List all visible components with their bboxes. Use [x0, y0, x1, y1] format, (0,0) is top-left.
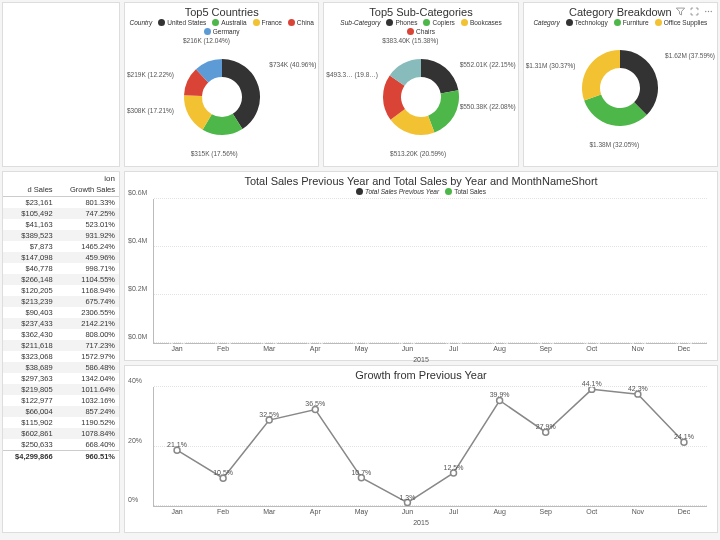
- bar-chart-year: 2015: [125, 356, 717, 363]
- x-tick: Dec: [678, 345, 690, 352]
- table-row[interactable]: $211,618717.23%: [3, 340, 119, 351]
- y-tick: $0.6M: [128, 189, 147, 196]
- legend-item[interactable]: Total Sales: [445, 188, 486, 195]
- donut-title: Top5 Countries: [125, 3, 318, 19]
- svg-point-10: [497, 398, 503, 404]
- table-row[interactable]: $7,8731465.24%: [3, 241, 119, 252]
- table-row[interactable]: $41,163523.01%: [3, 219, 119, 230]
- table-row[interactable]: $250,633668.40%: [3, 439, 119, 451]
- table-row[interactable]: $66,004857.24%: [3, 406, 119, 417]
- line-point-label: 36.5%: [305, 400, 325, 407]
- line-point-label: 27.9%: [536, 423, 556, 430]
- donut-card-1[interactable]: Top5 Sub-Categories Sub-CategoryPhonesCo…: [323, 2, 518, 167]
- donut-label: $216K (12.04%): [183, 37, 230, 44]
- table-total-row: $4,299,866960.51%: [3, 451, 119, 463]
- donut-label: $552.01K (22.15%): [460, 61, 516, 68]
- legend-item[interactable]: Furniture: [614, 19, 649, 26]
- table-row[interactable]: $105,492747.25%: [3, 208, 119, 219]
- bar-chart-title: Total Sales Previous Year and Total Sale…: [125, 172, 717, 188]
- table-row[interactable]: $389,523931.92%: [3, 230, 119, 241]
- legend-item[interactable]: Technology: [566, 19, 608, 26]
- svg-point-13: [635, 391, 641, 397]
- legend-item[interactable]: United States: [158, 19, 206, 26]
- x-tick: May: [355, 508, 368, 515]
- line-chart-card[interactable]: Growth from Previous Year 0%20%40%JanFeb…: [124, 365, 718, 533]
- donut-label: $1.62M (37.59%): [665, 52, 715, 59]
- x-tick: Oct: [586, 508, 597, 515]
- x-tick: Sep: [539, 508, 551, 515]
- y-tick: 40%: [128, 377, 142, 384]
- table-row[interactable]: $213,239675.74%: [3, 296, 119, 307]
- table-row[interactable]: $46,778998.71%: [3, 263, 119, 274]
- donut-card-2[interactable]: Category Breakdown CategoryTechnologyFur…: [523, 2, 718, 167]
- x-tick: Nov: [632, 508, 644, 515]
- x-tick: Jul: [449, 345, 458, 352]
- filter-icon[interactable]: [675, 6, 686, 19]
- focus-mode-icon[interactable]: [689, 6, 700, 19]
- legend-item[interactable]: China: [288, 19, 314, 26]
- line-point-label: 39.9%: [490, 391, 510, 398]
- line-point-label: 10.5%: [213, 469, 233, 476]
- svg-point-8: [404, 500, 410, 506]
- donut-legend: Sub-CategoryPhonesCopiersBookcasesChairs: [324, 19, 517, 37]
- legend-item[interactable]: Office Supplies: [655, 19, 708, 26]
- legend-item[interactable]: Germany: [204, 28, 240, 35]
- donut-title: Top5 Sub-Categories: [324, 3, 517, 19]
- left-top-placeholder-card: [2, 2, 120, 167]
- table-row[interactable]: $23,161801.33%: [3, 197, 119, 209]
- table-title-suffix: ion: [3, 172, 119, 183]
- x-tick: Jul: [449, 508, 458, 515]
- legend-item[interactable]: Chairs: [407, 28, 435, 35]
- table-row[interactable]: $120,2051168.94%: [3, 285, 119, 296]
- x-tick: Aug: [493, 345, 505, 352]
- y-tick: 0%: [128, 496, 138, 503]
- donut-chart: $216K (12.04%) $734K (40.96%) $219K (12.…: [125, 37, 318, 157]
- legend-item[interactable]: France: [253, 19, 282, 26]
- svg-point-7: [358, 475, 364, 481]
- table-row[interactable]: $266,1481104.55%: [3, 274, 119, 285]
- table-row[interactable]: $362,430808.00%: [3, 329, 119, 340]
- legend-item[interactable]: Phones: [386, 19, 417, 26]
- legend-item[interactable]: Australia: [212, 19, 246, 26]
- right-column: Top5 Countries CountryUnited StatesAustr…: [124, 2, 718, 533]
- svg-point-11: [543, 429, 549, 435]
- legend-item[interactable]: Total Sales Previous Year: [356, 188, 439, 195]
- table-row[interactable]: $602,8611078.84%: [3, 428, 119, 439]
- table-row[interactable]: $237,4332142.21%: [3, 318, 119, 329]
- table-row[interactable]: $297,3631342.04%: [3, 373, 119, 384]
- donut-label: $383.40K (15.38%): [382, 37, 438, 44]
- line-point-label: 12.5%: [444, 464, 464, 471]
- y-tick: $0.2M: [128, 285, 147, 292]
- left-column: ion d Sales Growth Sales $23,161801.33%$…: [2, 2, 120, 533]
- table-row[interactable]: $115,9021190.52%: [3, 417, 119, 428]
- table-row[interactable]: $219,8051011.64%: [3, 384, 119, 395]
- x-tick: Mar: [263, 345, 275, 352]
- x-tick: Mar: [263, 508, 275, 515]
- table-row[interactable]: $147,098459.96%: [3, 252, 119, 263]
- table-row[interactable]: $38,689586.48%: [3, 362, 119, 373]
- svg-point-1: [708, 11, 709, 12]
- legend-field-label: Category: [533, 19, 559, 26]
- x-tick: Oct: [586, 345, 597, 352]
- line-chart-title: Growth from Previous Year: [125, 366, 717, 382]
- table-row[interactable]: $122,9771032.16%: [3, 395, 119, 406]
- legend-item[interactable]: Bookcases: [461, 19, 502, 26]
- table-row[interactable]: $90,4032306.55%: [3, 307, 119, 318]
- table-header-sales[interactable]: d Sales: [3, 183, 57, 197]
- x-tick: Sep: [539, 345, 551, 352]
- donut-card-0[interactable]: Top5 Countries CountryUnited StatesAustr…: [124, 2, 319, 167]
- line-markers: [154, 387, 707, 506]
- donut-label: $734K (40.96%): [269, 61, 316, 68]
- bar-chart-card[interactable]: Total Sales Previous Year and Total Sale…: [124, 171, 718, 361]
- x-tick: Jan: [171, 345, 182, 352]
- legend-item[interactable]: Copiers: [423, 19, 454, 26]
- x-tick: Jun: [402, 345, 413, 352]
- more-options-icon[interactable]: [703, 6, 714, 19]
- dashboard-root: ion d Sales Growth Sales $23,161801.33%$…: [0, 0, 720, 535]
- bar-chart-area: $0.0M$0.2M$0.4M$0.6M$0.2M$0.3MJan$0.2M$0…: [153, 199, 707, 344]
- line-point-label: 10.7%: [351, 469, 371, 476]
- table-header-growth[interactable]: Growth Sales: [57, 183, 119, 197]
- sales-growth-table[interactable]: d Sales Growth Sales $23,161801.33%$105,…: [3, 183, 119, 462]
- svg-point-4: [220, 475, 226, 481]
- table-row[interactable]: $323,0681572.97%: [3, 351, 119, 362]
